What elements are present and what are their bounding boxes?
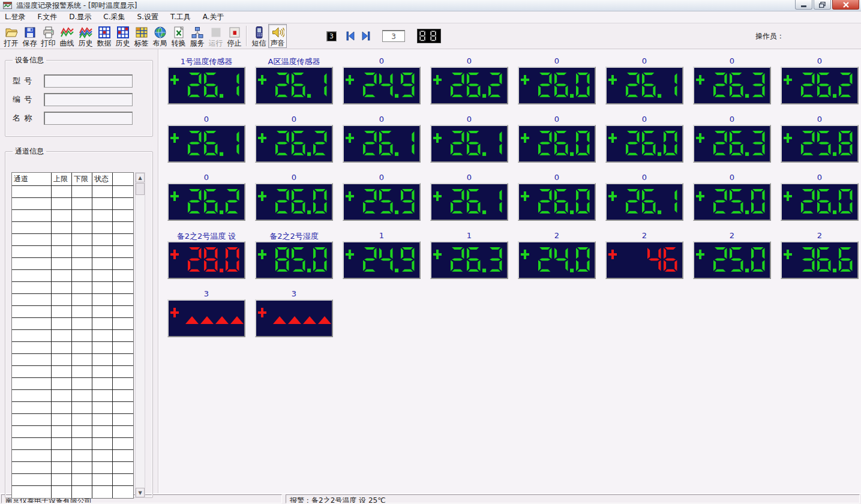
scroll-up-button[interactable]: ▲	[136, 173, 145, 182]
led-display-r3c3[interactable]: 1	[430, 231, 508, 279]
led-display-r3c4[interactable]: 2	[518, 231, 596, 279]
led-display-r4c1[interactable]: 3	[255, 289, 333, 337]
table-row[interactable]	[12, 318, 133, 330]
table-row[interactable]	[12, 354, 133, 366]
toolbar-button-stop[interactable]: 停止	[225, 24, 244, 48]
table-row[interactable]	[12, 366, 133, 378]
device-field-input-0[interactable]	[44, 74, 133, 88]
toolbar-separator	[246, 26, 247, 46]
table-row[interactable]	[12, 294, 133, 306]
led-display-r1c6[interactable]: 0	[693, 115, 771, 163]
led-display-r1c0[interactable]: 0	[167, 115, 245, 163]
page-input[interactable]	[382, 30, 405, 42]
led-display-r2c2[interactable]: 0	[343, 173, 421, 221]
table-cell	[52, 426, 72, 437]
table-cell	[72, 438, 92, 449]
menu-item-2[interactable]: D.显示	[69, 11, 97, 23]
toolbar-button-print[interactable]: 打印	[39, 24, 58, 48]
led-display-r1c4[interactable]: 0	[518, 115, 596, 163]
device-field-input-2[interactable]	[44, 112, 133, 125]
menu-item-1[interactable]: F.文件	[38, 11, 64, 23]
led-display-r0c4[interactable]: 0	[518, 56, 596, 104]
next-page-button[interactable]	[361, 31, 371, 41]
toolbar-button-label-table[interactable]: 标签	[132, 24, 151, 48]
table-row[interactable]	[12, 234, 133, 246]
led-display-r3c0[interactable]: 备2之2号温度 设	[167, 231, 245, 279]
table-row[interactable]	[12, 306, 133, 318]
table-row[interactable]	[12, 402, 133, 414]
toolbar-button-curve-chart[interactable]: 曲线	[58, 24, 76, 48]
toolbar-button-globe[interactable]: 布局	[151, 24, 169, 48]
toolbar-button-data-table[interactable]: 数据	[95, 24, 113, 48]
led-display-r2c4[interactable]: 0	[518, 173, 596, 221]
minimize-button[interactable]	[795, 0, 812, 10]
toolbar-button-history-chart[interactable]: 历史	[76, 24, 95, 48]
led-row-2: 00000000	[167, 173, 861, 221]
table-row[interactable]	[12, 186, 133, 198]
table-row[interactable]	[12, 270, 133, 282]
table-cell	[92, 198, 113, 209]
led-display-r0c5[interactable]: 0	[605, 56, 683, 104]
menu-item-5[interactable]: T.工具	[170, 11, 197, 23]
led-display-r3c1[interactable]: 备2之2号湿度	[255, 231, 333, 279]
led-display-r0c2[interactable]: 0	[343, 56, 421, 104]
toolbar-button-sound[interactable]: 声音	[268, 24, 287, 48]
table-row[interactable]	[12, 414, 133, 426]
table-row[interactable]	[12, 438, 133, 450]
led-display-r2c7[interactable]: 0	[781, 173, 859, 221]
toolbar-button-sms[interactable]: 短信	[250, 24, 268, 48]
led-display-r2c6[interactable]: 0	[693, 173, 771, 221]
toolbar-button-save[interactable]: 保存	[20, 24, 39, 48]
table-row[interactable]	[12, 462, 133, 474]
table-row[interactable]	[12, 450, 133, 462]
table-row[interactable]	[12, 198, 133, 210]
led-display-r1c3[interactable]: 0	[430, 115, 508, 163]
led-display-r2c0[interactable]: 0	[167, 173, 245, 221]
close-button[interactable]	[832, 0, 859, 10]
table-row[interactable]	[12, 378, 133, 390]
led-display-r4c0[interactable]: 3	[167, 289, 245, 337]
menu-item-0[interactable]: L.登录	[5, 11, 32, 23]
toolbar-button-history-table[interactable]: 历史	[113, 24, 132, 48]
table-row[interactable]	[12, 210, 133, 222]
menu-item-4[interactable]: S.设置	[137, 11, 164, 23]
channel-table-scrollbar[interactable]: ▲ ▼	[135, 172, 145, 498]
led-display-r1c2[interactable]: 0	[343, 115, 421, 163]
table-row[interactable]	[12, 246, 133, 258]
led-display-r3c6[interactable]: 2	[693, 231, 771, 279]
table-cell	[52, 258, 72, 269]
led-display-r3c7[interactable]: 2	[781, 231, 859, 279]
led-display-r0c3[interactable]: 0	[430, 56, 508, 104]
table-row[interactable]	[12, 390, 133, 402]
led-display-r3c5[interactable]: 2	[605, 231, 683, 279]
led-display-r2c3[interactable]: 0	[430, 173, 508, 221]
restore-button[interactable]	[814, 0, 831, 10]
scroll-thumb[interactable]	[136, 183, 145, 195]
toolbar-button-open-folder[interactable]: 打开	[2, 24, 20, 48]
toolbar-button-network[interactable]: 服务	[188, 24, 206, 48]
led-display-r2c1[interactable]: 0	[255, 173, 333, 221]
device-field-input-1[interactable]	[44, 93, 133, 106]
led-display-r1c7[interactable]: 0	[781, 115, 859, 163]
menu-item-6[interactable]: A.关于	[203, 11, 230, 23]
table-row[interactable]	[12, 330, 133, 342]
led-display-r0c0[interactable]: 1号温度传感器	[167, 56, 245, 104]
table-row[interactable]	[12, 486, 133, 498]
led-display-r3c2[interactable]: 1	[343, 231, 421, 279]
table-row[interactable]	[12, 258, 133, 270]
menu-item-3[interactable]: C.采集	[103, 11, 131, 23]
scroll-down-button[interactable]: ▼	[136, 488, 145, 497]
led-display-r1c1[interactable]: 0	[255, 115, 333, 163]
table-row[interactable]	[12, 426, 133, 438]
toolbar-button-convert[interactable]: 转换	[169, 24, 188, 48]
led-display-r2c5[interactable]: 0	[605, 173, 683, 221]
led-display-r0c7[interactable]: 0	[781, 56, 859, 104]
prev-page-button[interactable]	[345, 31, 356, 41]
led-display-r0c6[interactable]: 0	[693, 56, 771, 104]
table-row[interactable]	[12, 474, 133, 486]
table-row[interactable]	[12, 222, 133, 234]
table-row[interactable]	[12, 282, 133, 294]
led-display-r1c5[interactable]: 0	[605, 115, 683, 163]
led-display-r0c1[interactable]: A区温度传感器	[255, 56, 333, 104]
table-row[interactable]	[12, 342, 133, 354]
